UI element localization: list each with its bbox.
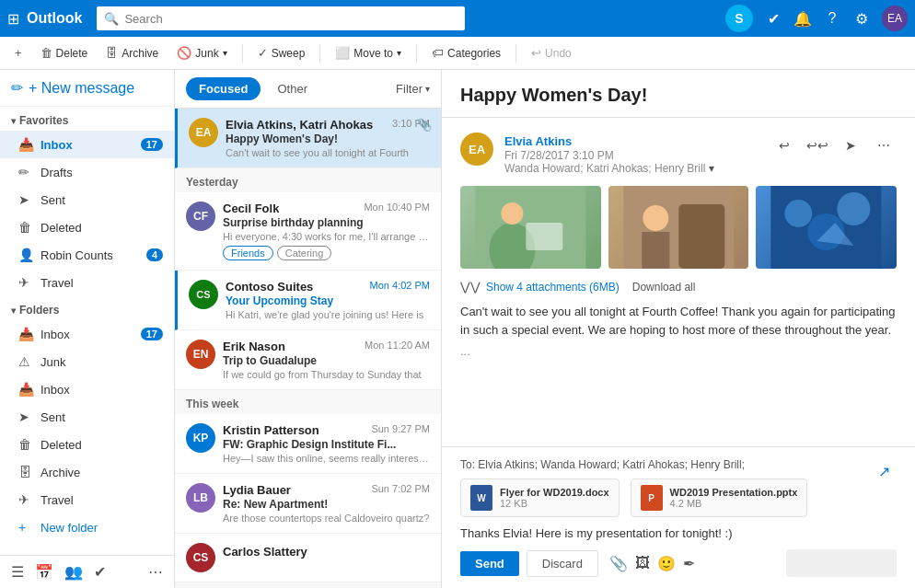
junk-chevron-icon: ▾ — [223, 48, 227, 58]
filter-button[interactable]: Filter ▾ — [396, 82, 430, 96]
sidebar-item-inbox[interactable]: 📥 Inbox 17 — [0, 131, 174, 158]
user-avatar[interactable]: EA — [882, 6, 908, 31]
sidebar-item-robin-counts[interactable]: 👤 Robin Counts 4 — [0, 241, 174, 269]
send-button[interactable]: Send — [460, 551, 519, 576]
sidebar-item-drafts[interactable]: ✏ Drafts — [0, 158, 174, 186]
expand-recipients-icon[interactable]: ▾ — [709, 162, 714, 175]
pptx-icon: P — [641, 485, 663, 511]
checkmark-icon[interactable]: ✔ — [764, 10, 782, 28]
tag-catering: Catering — [277, 246, 332, 260]
discard-button[interactable]: Discard — [527, 550, 598, 577]
list-item[interactable]: LB Lydia Bauer Sun 7:02 PM Re: New Apart… — [175, 474, 441, 534]
bottom-calendar-icon[interactable]: 📅 — [35, 563, 53, 581]
email-meta: Lydia Bauer Sun 7:02 PM Re: New Apartmen… — [223, 483, 430, 524]
attachment-icon: 📎 — [417, 118, 432, 132]
sidebar-item-deleted[interactable]: 🗑 Deleted — [0, 213, 174, 241]
categories-button[interactable]: 🏷 Categories — [424, 42, 508, 63]
sidebar-item-sent2[interactable]: ➤ Sent — [0, 403, 174, 431]
email-meta: Carlos Slattery — [223, 543, 430, 559]
email-meta: Elvia Atkins, Katri Ahokas 3:10 PM Happy… — [226, 118, 430, 158]
email-time: Mon 11:20 AM — [365, 340, 430, 353]
email-sender: Lydia Bauer — [223, 483, 291, 497]
list-item[interactable]: EA Elvia Atkins, Katri Ahokas 3:10 PM Ha… — [175, 109, 441, 168]
sidebar-item-travel2[interactable]: ✈ Travel — [0, 486, 174, 513]
skype-icon[interactable]: S — [725, 5, 753, 32]
top-bar-actions: S ✔ 🔔 ? ⚙ EA — [725, 5, 908, 32]
watermark-placeholder — [786, 549, 897, 577]
email-sender: Erik Nason — [223, 340, 285, 353]
avatar: LB — [186, 483, 215, 513]
folders-chevron-icon: ▾ — [11, 306, 16, 316]
reply-actions: Send Discard 📎 🖼 🙂 ✒ — [460, 549, 897, 577]
list-item[interactable]: CS Contoso Suites Mon 4:02 PM Your Upcom… — [175, 271, 441, 330]
reply-all-button[interactable]: ↩↩ — [805, 133, 830, 158]
search-input[interactable] — [124, 12, 458, 26]
deleted-icon: 🗑 — [18, 220, 33, 235]
sweep-button[interactable]: ✓ Sweep — [250, 42, 313, 63]
email-time: Sun 7:02 PM — [371, 483, 430, 497]
archive-button[interactable]: 🗄 Archive — [98, 42, 166, 63]
sidebar-section-favorites[interactable]: ▾ Favorites — [0, 107, 174, 131]
email-preview: Hi Katri, we're glad you're joining us! … — [226, 309, 430, 320]
attachment-info-1: Flyer for WD2019.docx 12 KB — [500, 487, 609, 509]
list-item[interactable]: CF Cecil Folk Mon 10:40 PM Surprise birt… — [175, 192, 441, 271]
delete-button[interactable]: 🗑 Delete — [33, 42, 96, 63]
svg-rect-3 — [526, 223, 562, 250]
sidebar-item-new-folder[interactable]: + New folder — [0, 513, 174, 541]
archive2-icon: 🗄 — [18, 465, 33, 479]
more-actions-button[interactable]: ⋯ — [871, 133, 897, 158]
signature-icon[interactable]: ✒ — [683, 555, 695, 572]
undo-button[interactable]: ↩ Undo — [524, 42, 579, 63]
bell-icon[interactable]: 🔔 — [793, 10, 812, 28]
move-icon: ⬜ — [335, 46, 350, 60]
attach-file-icon[interactable]: 📎 — [609, 555, 628, 572]
email-sender: Contoso Suites — [226, 280, 313, 294]
list-item[interactable]: KP Kristin Patterson Sun 9:27 PM FW: Gra… — [175, 414, 441, 474]
move-to-button[interactable]: ⬜ Move to ▾ — [328, 42, 409, 63]
email-ellipsis: ... — [460, 344, 897, 358]
sidebar-item-junk[interactable]: ⚠ Junk — [0, 348, 174, 375]
expand-reply-button[interactable]: ↗ — [871, 458, 897, 484]
email-subject: Your Upcoming Stay — [226, 294, 430, 307]
new-message-button[interactable]: ✏ + New message — [0, 70, 174, 107]
insert-image-icon[interactable]: 🖼 — [635, 555, 650, 572]
sidebar-item-travel[interactable]: ✈ Travel — [0, 269, 174, 296]
focused-tab[interactable]: Focused — [186, 77, 261, 100]
list-item[interactable]: CS Carlos Slattery — [175, 534, 441, 582]
new-message-toolbar[interactable]: + — [7, 42, 29, 63]
sidebar-item-folders-inbox[interactable]: 📥 Inbox 17 — [0, 320, 174, 348]
folders-inbox-badge: 17 — [141, 328, 163, 340]
settings-icon[interactable]: ⚙ — [852, 10, 871, 28]
sidebar-item-archive[interactable]: 🗄 Archive — [0, 458, 174, 486]
svg-point-2 — [501, 202, 523, 225]
email-preview: Hi everyone, 4:30 works for me, I'll arr… — [223, 231, 430, 242]
bottom-people-icon[interactable]: 👥 — [64, 563, 83, 581]
main-layout: ✏ + New message ▾ Favorites 📥 Inbox 17 ✏… — [0, 70, 915, 588]
help-icon[interactable]: ? — [823, 10, 841, 27]
bottom-tasks-icon[interactable]: ✔ — [94, 563, 106, 581]
sidebar-item-sent[interactable]: ➤ Sent — [0, 186, 174, 213]
forward-button[interactable]: ➤ — [838, 133, 863, 158]
reply-button[interactable]: ↩ — [771, 133, 797, 158]
download-all-label[interactable]: Download all — [632, 281, 696, 294]
junk-button[interactable]: 🚫 Junk ▾ — [169, 42, 234, 63]
from-name[interactable]: Elvia Atkins — [504, 134, 572, 148]
sidebar-section-folders[interactable]: ▾ Folders — [0, 296, 174, 320]
avatar: CS — [186, 543, 215, 572]
bottom-more-icon[interactable]: ⋯ — [148, 563, 163, 581]
search-bar[interactable]: 🔍 — [97, 6, 465, 30]
sidebar-item-deleted2[interactable]: 🗑 Deleted — [0, 431, 174, 458]
emoji-icon[interactable]: 🙂 — [657, 555, 676, 572]
bottom-menu-icon[interactable]: ☰ — [11, 563, 24, 581]
other-tab[interactable]: Other — [264, 77, 320, 100]
travel-icon: ✈ — [18, 275, 33, 290]
sidebar-item-inbox2[interactable]: 📥 Inbox — [0, 375, 174, 403]
list-item[interactable]: EN Erik Nason Mon 11:20 AM Trip to Guada… — [175, 330, 441, 390]
show-attachments-label[interactable]: Show 4 attachments (6MB) — [486, 281, 620, 294]
email-list: Focused Other Filter ▾ EA Elvia Atkins, … — [175, 70, 442, 588]
email-from-section: EA Elvia Atkins Fri 7/28/2017 3:10 PM Wa… — [460, 133, 897, 175]
toolbar-divider-4 — [515, 44, 516, 63]
email-detail-body: EA Elvia Atkins Fri 7/28/2017 3:10 PM Wa… — [442, 118, 915, 446]
grid-icon[interactable]: ⊞ — [7, 10, 19, 28]
yesterday-section-label: Yesterday — [175, 168, 441, 192]
